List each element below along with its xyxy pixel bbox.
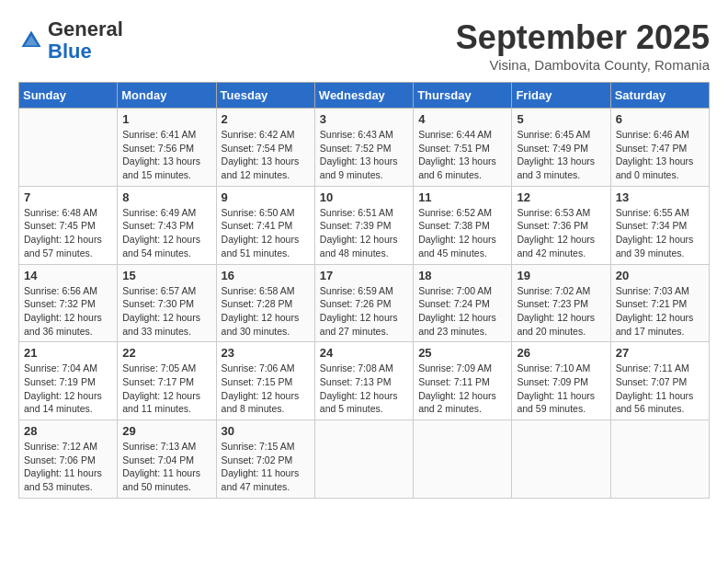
day-cell: 28Sunrise: 7:12 AMSunset: 7:06 PMDayligh…	[19, 420, 118, 499]
day-number: 26	[517, 346, 605, 360]
day-info: Sunrise: 6:44 AMSunset: 7:51 PMDaylight:…	[418, 128, 506, 182]
day-cell: 9Sunrise: 6:50 AMSunset: 7:41 PMDaylight…	[216, 186, 314, 264]
weekday-header-thursday: Thursday	[414, 83, 512, 109]
weekday-header-friday: Friday	[512, 83, 610, 109]
day-number: 27	[616, 346, 704, 360]
day-number: 20	[616, 269, 704, 282]
day-cell: 20Sunrise: 7:03 AMSunset: 7:21 PMDayligh…	[610, 264, 709, 342]
day-info: Sunrise: 7:12 AMSunset: 7:06 PMDaylight:…	[24, 440, 112, 494]
day-number: 22	[122, 346, 210, 360]
day-cell: 3Sunrise: 6:43 AMSunset: 7:52 PMDaylight…	[314, 109, 413, 187]
day-info: Sunrise: 6:41 AMSunset: 7:56 PMDaylight:…	[122, 128, 210, 182]
day-cell: 12Sunrise: 6:53 AMSunset: 7:36 PMDayligh…	[512, 186, 610, 264]
day-number: 5	[517, 112, 605, 126]
day-info: Sunrise: 7:02 AMSunset: 7:23 PMDaylight:…	[517, 284, 605, 339]
day-cell: 27Sunrise: 7:11 AMSunset: 7:07 PMDayligh…	[610, 342, 709, 420]
day-number: 11	[418, 190, 506, 204]
weekday-header-row: SundayMondayTuesdayWednesdayThursdayFrid…	[19, 83, 710, 109]
day-cell	[314, 420, 413, 499]
day-info: Sunrise: 7:05 AMSunset: 7:17 PMDaylight:…	[122, 362, 210, 416]
day-info: Sunrise: 6:58 AMSunset: 7:28 PMDaylight:…	[222, 284, 310, 339]
day-number: 12	[517, 190, 605, 204]
logo-text: General Blue	[48, 18, 123, 63]
day-info: Sunrise: 6:49 AMSunset: 7:43 PMDaylight:…	[122, 206, 210, 260]
day-cell: 13Sunrise: 6:55 AMSunset: 7:34 PMDayligh…	[610, 186, 709, 264]
week-row-4: 21Sunrise: 7:04 AMSunset: 7:19 PMDayligh…	[19, 342, 710, 420]
day-info: Sunrise: 7:03 AMSunset: 7:21 PMDaylight:…	[616, 284, 704, 339]
day-number: 25	[418, 346, 506, 360]
day-info: Sunrise: 6:48 AMSunset: 7:45 PMDaylight:…	[24, 206, 112, 260]
day-info: Sunrise: 6:55 AMSunset: 7:34 PMDaylight:…	[616, 206, 704, 260]
day-number: 8	[122, 190, 210, 204]
day-number: 3	[320, 112, 408, 126]
day-cell: 4Sunrise: 6:44 AMSunset: 7:51 PMDaylight…	[414, 109, 512, 187]
day-info: Sunrise: 6:51 AMSunset: 7:39 PMDaylight:…	[320, 206, 408, 260]
day-info: Sunrise: 6:45 AMSunset: 7:49 PMDaylight:…	[517, 128, 605, 182]
day-cell: 18Sunrise: 7:00 AMSunset: 7:24 PMDayligh…	[414, 264, 512, 342]
day-cell: 2Sunrise: 6:42 AMSunset: 7:54 PMDaylight…	[216, 109, 314, 187]
day-number: 7	[24, 190, 112, 204]
day-info: Sunrise: 6:50 AMSunset: 7:41 PMDaylight:…	[222, 206, 310, 260]
day-info: Sunrise: 6:57 AMSunset: 7:30 PMDaylight:…	[122, 284, 210, 339]
week-row-1: 1Sunrise: 6:41 AMSunset: 7:56 PMDaylight…	[19, 109, 710, 187]
weekday-header-tuesday: Tuesday	[216, 83, 314, 109]
day-info: Sunrise: 7:00 AMSunset: 7:24 PMDaylight:…	[418, 284, 506, 339]
day-cell: 24Sunrise: 7:08 AMSunset: 7:13 PMDayligh…	[314, 342, 413, 420]
page-header: General Blue September 2025 Visina, Damb…	[18, 18, 710, 73]
day-number: 30	[222, 424, 310, 438]
logo: General Blue	[18, 18, 123, 63]
day-cell: 25Sunrise: 7:09 AMSunset: 7:11 PMDayligh…	[414, 342, 512, 420]
day-cell: 30Sunrise: 7:15 AMSunset: 7:02 PMDayligh…	[216, 420, 314, 499]
day-cell: 10Sunrise: 6:51 AMSunset: 7:39 PMDayligh…	[314, 186, 413, 264]
day-number: 1	[122, 112, 210, 126]
day-number: 17	[320, 269, 408, 282]
weekday-header-saturday: Saturday	[610, 83, 709, 109]
day-cell: 1Sunrise: 6:41 AMSunset: 7:56 PMDaylight…	[118, 109, 216, 187]
day-cell: 23Sunrise: 7:06 AMSunset: 7:15 PMDayligh…	[216, 342, 314, 420]
day-info: Sunrise: 6:42 AMSunset: 7:54 PMDaylight:…	[222, 128, 310, 182]
day-number: 21	[24, 346, 112, 360]
day-info: Sunrise: 7:15 AMSunset: 7:02 PMDaylight:…	[222, 440, 310, 494]
day-number: 13	[616, 190, 704, 204]
day-info: Sunrise: 7:04 AMSunset: 7:19 PMDaylight:…	[24, 362, 112, 416]
day-cell: 6Sunrise: 6:46 AMSunset: 7:47 PMDaylight…	[610, 109, 709, 187]
day-info: Sunrise: 6:43 AMSunset: 7:52 PMDaylight:…	[320, 128, 408, 182]
day-cell: 5Sunrise: 6:45 AMSunset: 7:49 PMDaylight…	[512, 109, 610, 187]
day-number: 10	[320, 190, 408, 204]
day-info: Sunrise: 6:53 AMSunset: 7:36 PMDaylight:…	[517, 206, 605, 260]
day-cell: 8Sunrise: 6:49 AMSunset: 7:43 PMDaylight…	[118, 186, 216, 264]
day-cell	[512, 420, 610, 499]
day-cell: 21Sunrise: 7:04 AMSunset: 7:19 PMDayligh…	[19, 342, 118, 420]
day-cell	[610, 420, 709, 499]
day-number: 19	[517, 269, 605, 282]
day-cell: 11Sunrise: 6:52 AMSunset: 7:38 PMDayligh…	[414, 186, 512, 264]
day-number: 6	[616, 112, 704, 126]
day-info: Sunrise: 7:08 AMSunset: 7:13 PMDaylight:…	[320, 362, 408, 416]
week-row-2: 7Sunrise: 6:48 AMSunset: 7:45 PMDaylight…	[19, 186, 710, 264]
weekday-header-wednesday: Wednesday	[314, 83, 413, 109]
day-number: 23	[222, 346, 310, 360]
day-info: Sunrise: 7:13 AMSunset: 7:04 PMDaylight:…	[122, 440, 210, 494]
day-cell: 15Sunrise: 6:57 AMSunset: 7:30 PMDayligh…	[118, 264, 216, 342]
day-number: 14	[24, 269, 112, 282]
day-info: Sunrise: 6:59 AMSunset: 7:26 PMDaylight:…	[320, 284, 408, 339]
logo-icon	[18, 28, 44, 53]
day-number: 18	[418, 269, 506, 282]
day-number: 4	[418, 112, 506, 126]
day-info: Sunrise: 6:56 AMSunset: 7:32 PMDaylight:…	[24, 284, 112, 339]
day-number: 28	[24, 424, 112, 438]
day-info: Sunrise: 6:46 AMSunset: 7:47 PMDaylight:…	[616, 128, 704, 182]
day-number: 29	[122, 424, 210, 438]
day-cell: 29Sunrise: 7:13 AMSunset: 7:04 PMDayligh…	[118, 420, 216, 499]
location: Visina, Dambovita County, Romania	[456, 57, 710, 73]
day-info: Sunrise: 7:10 AMSunset: 7:09 PMDaylight:…	[517, 362, 605, 416]
week-row-3: 14Sunrise: 6:56 AMSunset: 7:32 PMDayligh…	[19, 264, 710, 342]
weekday-header-monday: Monday	[118, 83, 216, 109]
day-info: Sunrise: 7:06 AMSunset: 7:15 PMDaylight:…	[222, 362, 310, 416]
day-info: Sunrise: 6:52 AMSunset: 7:38 PMDaylight:…	[418, 206, 506, 260]
day-cell: 22Sunrise: 7:05 AMSunset: 7:17 PMDayligh…	[118, 342, 216, 420]
day-number: 2	[222, 112, 310, 126]
day-cell: 7Sunrise: 6:48 AMSunset: 7:45 PMDaylight…	[19, 186, 118, 264]
day-info: Sunrise: 7:09 AMSunset: 7:11 PMDaylight:…	[418, 362, 506, 416]
day-cell: 14Sunrise: 6:56 AMSunset: 7:32 PMDayligh…	[19, 264, 118, 342]
